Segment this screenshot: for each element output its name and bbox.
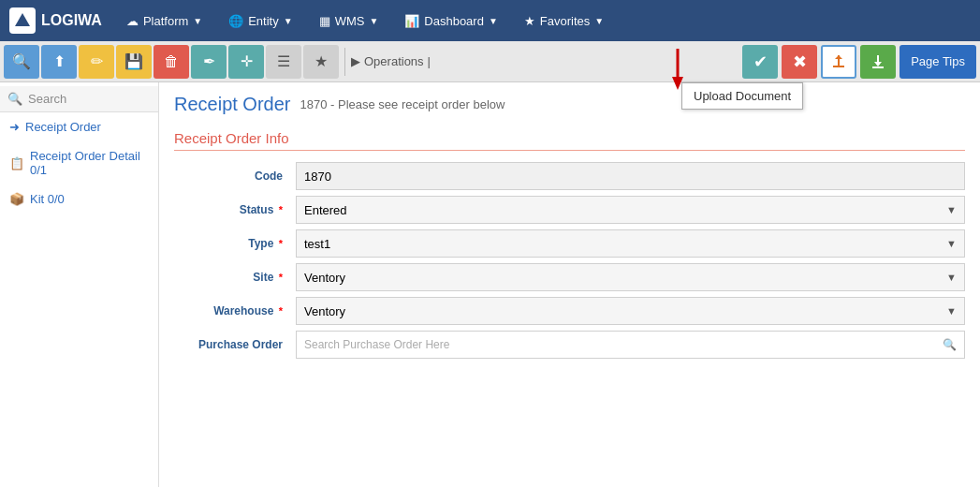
form-row-purchase-order: Purchase Order Search Purchase Order Her… xyxy=(174,331,965,359)
chevron-down-icon: ▼ xyxy=(369,16,378,26)
cancel-button[interactable]: ✖ xyxy=(782,45,817,79)
field-code: 1870 xyxy=(296,162,965,190)
page-title-row: Receipt Order 1870 - Please see receipt … xyxy=(174,94,965,115)
chevron-down-icon: ▼ xyxy=(489,16,498,26)
label-warehouse: Warehouse * xyxy=(174,304,296,317)
nav-platform[interactable]: ☁ Platform ▼ xyxy=(115,8,213,34)
page-tips-button[interactable]: Page Tips xyxy=(900,45,976,79)
toolbar-actions: ✔ ✖ Page Tips xyxy=(742,45,976,79)
chevron-down-icon: ▼ xyxy=(946,238,957,249)
favorites-button[interactable]: ★ xyxy=(303,45,339,79)
delete-button[interactable]: 🗑 xyxy=(154,45,189,79)
download-button[interactable] xyxy=(860,45,896,79)
nav-wms[interactable]: ▦ WMS ▼ xyxy=(308,8,390,34)
field-type[interactable]: test1 ▼ xyxy=(296,229,965,258)
save-button[interactable]: 💾 xyxy=(116,45,152,79)
chevron-down-icon: ▼ xyxy=(594,16,604,26)
cloud-icon: ☁ xyxy=(126,14,139,28)
globe-icon: 🌐 xyxy=(228,14,243,28)
required-indicator: * xyxy=(279,272,283,283)
svg-marker-2 xyxy=(672,77,683,90)
field-warehouse[interactable]: Ventory ▼ xyxy=(296,297,965,325)
arrow-right-icon: ▶ xyxy=(351,54,360,68)
list-button[interactable]: ☰ xyxy=(266,45,301,79)
sidebar-item-receipt-order[interactable]: ➜ Receipt Order xyxy=(0,112,158,141)
sidebar-item-receipt-order-detail[interactable]: 📋 Receipt Order Detail 0/1 xyxy=(0,141,158,184)
upload-button[interactable]: ⬆ xyxy=(41,45,77,79)
tooltip-upload-document: Upload Document xyxy=(681,82,803,110)
main-content: Receipt Order 1870 - Please see receipt … xyxy=(159,82,980,487)
required-indicator: * xyxy=(279,305,283,317)
tooltip-arrow xyxy=(668,49,687,93)
logo[interactable]: LOGIWA xyxy=(9,7,102,34)
label-site: Site * xyxy=(174,271,296,284)
page-subtitle: 1870 - Please see receipt order below xyxy=(300,97,505,111)
label-purchase-order: Purchase Order xyxy=(174,338,296,351)
form-row-status: Status * Entered ▼ xyxy=(174,196,965,224)
confirm-button[interactable]: ✔ xyxy=(742,45,778,79)
edit-button[interactable]: ✏ xyxy=(79,45,114,79)
star-icon: ★ xyxy=(524,14,535,28)
page-title: Receipt Order xyxy=(174,94,291,115)
receipt-order-icon: ➜ xyxy=(9,120,20,134)
chevron-down-icon: ▼ xyxy=(193,16,202,26)
receipt-order-detail-icon: 📋 xyxy=(9,156,24,170)
form-row-type: Type * test1 ▼ xyxy=(174,229,965,258)
kit-icon: 📦 xyxy=(9,192,24,206)
sidebar-search[interactable]: 🔍 Search xyxy=(0,86,158,112)
chevron-down-icon: ▼ xyxy=(946,305,957,317)
label-status: Status * xyxy=(174,203,296,216)
nav-dashboard[interactable]: 📊 Dashboard ▼ xyxy=(393,8,509,34)
chevron-down-icon: ▼ xyxy=(284,16,293,26)
search-button[interactable]: 🔍 xyxy=(4,45,39,79)
search-icon: 🔍 xyxy=(7,92,22,106)
toolbar: 🔍 ⬆ ✏ 💾 🗑 ✒ ✛ ☰ ★ ▶ Operations | ✔ ✖ Pag… xyxy=(0,41,980,82)
separator xyxy=(344,48,345,76)
label-type: Type * xyxy=(174,237,296,250)
upload-document-button[interactable] xyxy=(821,45,856,79)
section-header: Receipt Order Info xyxy=(174,130,965,151)
form-row-site: Site * Ventory ▼ xyxy=(174,263,965,291)
sidebar-item-kit[interactable]: 📦 Kit 0/0 xyxy=(0,184,158,214)
field-status[interactable]: Entered ▼ xyxy=(296,196,965,224)
form: Code 1870 Status * Entered ▼ Type xyxy=(174,162,965,359)
required-indicator: * xyxy=(279,238,283,249)
grid-icon: ▦ xyxy=(319,14,330,28)
nav-favorites[interactable]: ★ Favorites ▼ xyxy=(513,8,615,34)
logo-icon xyxy=(9,7,36,34)
required-indicator: * xyxy=(279,204,283,215)
nav-entity[interactable]: 🌐 Entity ▼ xyxy=(217,8,303,34)
search-icon: 🔍 xyxy=(943,338,957,351)
chevron-down-icon: ▼ xyxy=(946,272,957,283)
form-row-code: Code 1870 xyxy=(174,162,965,190)
field-site[interactable]: Ventory ▼ xyxy=(296,263,965,291)
top-nav: LOGIWA ☁ Platform ▼ 🌐 Entity ▼ ▦ WMS ▼ 📊… xyxy=(0,0,980,41)
chevron-down-icon: ▼ xyxy=(946,204,957,215)
label-code: Code xyxy=(174,170,296,183)
move-button[interactable]: ✛ xyxy=(228,45,264,79)
layout: 🔍 Search ➜ Receipt Order 📋 Receipt Order… xyxy=(0,82,980,487)
sidebar: 🔍 Search ➜ Receipt Order 📋 Receipt Order… xyxy=(0,82,159,487)
field-purchase-order[interactable]: Search Purchase Order Here 🔍 xyxy=(296,331,965,359)
form-row-warehouse: Warehouse * Ventory ▼ xyxy=(174,297,965,325)
bar-chart-icon: 📊 xyxy=(404,14,419,28)
svg-marker-0 xyxy=(15,13,30,26)
pen-button[interactable]: ✒ xyxy=(191,45,227,79)
